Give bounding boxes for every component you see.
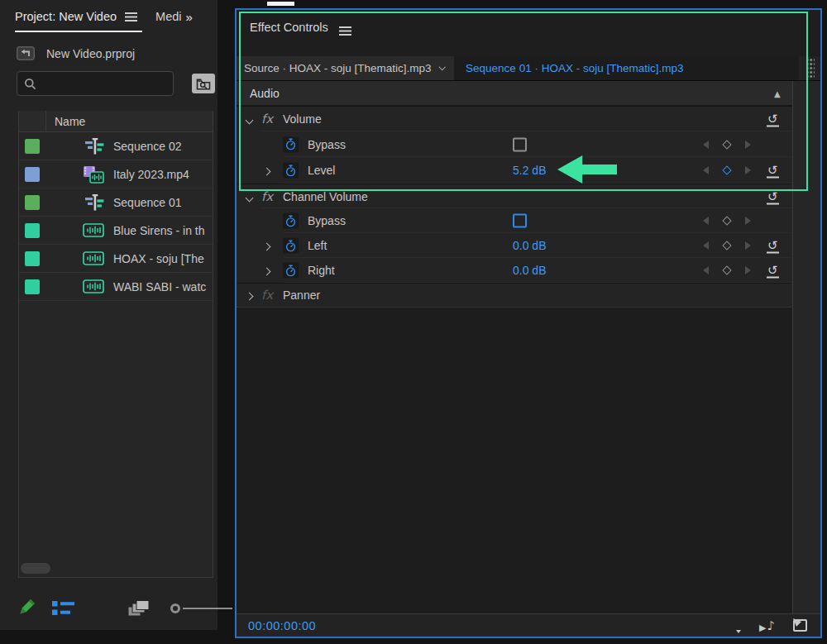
toggle-animation-stopwatch-icon[interactable] [283,263,299,279]
zoom-slider-knob[interactable] [170,603,180,613]
label-color-chip[interactable] [25,195,40,210]
chevron-right-icon[interactable] [264,238,270,253]
play-audio-icon[interactable]: ▶♪ [759,618,775,633]
tab-sequence-clip[interactable]: Sequence 01 · HOAX - soju [Thematic].mp3 [454,56,799,80]
search-input[interactable] [41,78,157,90]
level-value[interactable]: 5.2 dB [513,164,546,177]
reset-effect-button[interactable]: ↺ [767,188,779,204]
add-keyframe-icon[interactable] [722,140,731,149]
left-value[interactable]: 0.0 dB [513,239,546,252]
previous-keyframe-icon[interactable] [703,166,709,174]
param-name: Level [308,164,335,177]
audio-clip-icon [82,223,105,237]
list-item[interactable]: Italy 2023.mp4 [19,160,213,188]
panel-title[interactable]: Effect Controls [250,21,328,34]
add-keyframe-icon[interactable] [722,241,731,250]
zoom-slider-track[interactable] [183,608,232,610]
next-keyframe-icon[interactable] [745,217,751,225]
chevron-down-icon[interactable] [246,189,252,204]
panel-grip[interactable] [799,56,820,80]
name-column-header[interactable]: Name [46,115,85,128]
tab-overflow-icon[interactable]: » [185,10,190,32]
keyframe-timeline-strip[interactable] [792,81,820,613]
reset-param-button[interactable]: ↺ [767,163,779,179]
chevron-down-icon[interactable] [246,112,252,126]
previous-keyframe-icon[interactable] [703,266,709,274]
label-color-chip[interactable] [25,167,40,182]
project-file-name[interactable]: New Video.prproj [46,47,135,60]
chevron-right-icon[interactable] [264,163,270,178]
toggle-animation-stopwatch-icon[interactable] [283,238,299,254]
param-channel-right[interactable]: Right 0.0 dB ↺ [237,258,792,283]
param-channel-bypass[interactable]: Bypass [237,208,792,233]
label-color-chip[interactable] [25,251,40,266]
search-bin-button[interactable] [192,74,215,93]
param-channel-left[interactable]: Left 0.0 dB ↺ [237,233,792,258]
reset-param-button[interactable]: ↺ [767,263,779,279]
reset-effect-button[interactable]: ↺ [767,112,779,127]
list-view-icon[interactable] [51,599,76,618]
freeform-view-icon[interactable] [127,600,152,618]
label-color-chip[interactable] [25,223,40,238]
keyframe-navigator [703,217,751,225]
effect-volume-header[interactable]: fx Volume ↺ [237,106,792,131]
bypass-checkbox[interactable] [513,214,527,228]
item-name: WABI SABI - watc [113,280,206,293]
label-column-header[interactable] [19,111,46,131]
writable-pencil-icon[interactable] [15,598,36,619]
next-keyframe-icon[interactable] [745,166,751,174]
search-box[interactable] [17,71,174,96]
next-keyframe-icon[interactable] [745,266,751,274]
add-keyframe-icon[interactable] [722,265,731,274]
collapse-section-icon[interactable]: ▲ [774,88,781,98]
toggle-animation-stopwatch-icon[interactable] [283,163,299,179]
horizontal-scrollbar[interactable] [21,563,50,574]
fx-badge-icon[interactable]: fx [261,288,273,303]
effect-properties-list: Audio ▲ fx Volume ↺ Bypass [237,81,792,613]
label-color-chip[interactable] [25,139,40,154]
tab-source-clip[interactable]: Source · HOAX - soju [Thematic].mp3 [237,56,454,80]
project-item-list: Name Sequence 02 Italy 2023.mp4 Sequence… [18,111,213,578]
toggle-animation-stopwatch-icon[interactable] [283,136,299,152]
reset-param-button[interactable]: ↺ [767,238,779,254]
label-color-chip[interactable] [25,279,40,294]
add-keyframe-icon[interactable] [722,216,731,225]
right-value[interactable]: 0.0 dB [513,264,546,277]
previous-keyframe-icon[interactable] [703,241,709,250]
panel-menu-icon[interactable] [125,12,137,14]
keyframe-navigator [703,241,751,250]
effect-panner-header[interactable]: fx Panner [237,283,792,308]
list-item[interactable]: WABI SABI - watc [19,273,213,301]
zoom-slider[interactable] [170,603,232,613]
tab-media-browser[interactable]: Medi [155,10,181,32]
effect-name: Channel Volume [283,190,368,203]
bypass-checkbox[interactable] [513,137,527,151]
add-keyframe-icon[interactable] [722,165,731,174]
chevron-right-icon[interactable] [246,288,252,303]
previous-keyframe-icon[interactable] [703,217,709,225]
list-item[interactable]: Sequence 01 [19,188,213,217]
export-icon[interactable] [793,619,807,632]
toggle-animation-stopwatch-icon[interactable] [283,213,299,229]
project-tab-label: Project: New Video [15,10,117,23]
fx-badge-icon[interactable]: fx [261,112,273,126]
navigate-up-icon[interactable] [17,46,35,60]
chevron-right-icon[interactable] [264,263,270,278]
list-item[interactable]: Blue Sirens - in th [19,217,213,245]
next-keyframe-icon[interactable] [745,241,751,250]
previous-keyframe-icon[interactable] [703,141,709,149]
list-item[interactable]: HOAX - soju [The [19,245,213,273]
playhead-timecode[interactable]: 00:00:00:00 [248,619,316,632]
panel-menu-icon[interactable] [339,26,351,28]
list-item[interactable]: Sequence 02 [19,132,213,160]
effect-channel-volume-header[interactable]: fx Channel Volume ↺ [237,184,792,208]
tab-project[interactable]: Project: New Video [15,8,142,32]
param-volume-level[interactable]: Level 5.2 dB ↺ [237,157,792,184]
param-volume-bypass[interactable]: Bypass [237,131,792,157]
next-keyframe-icon[interactable] [745,141,751,149]
chevron-down-icon[interactable] [438,64,445,70]
fx-badge-icon[interactable]: fx [261,189,273,204]
audio-section-header[interactable]: Audio ▲ [237,81,792,106]
filter-properties-icon[interactable] [726,619,741,632]
item-name: Sequence 01 [113,196,182,209]
